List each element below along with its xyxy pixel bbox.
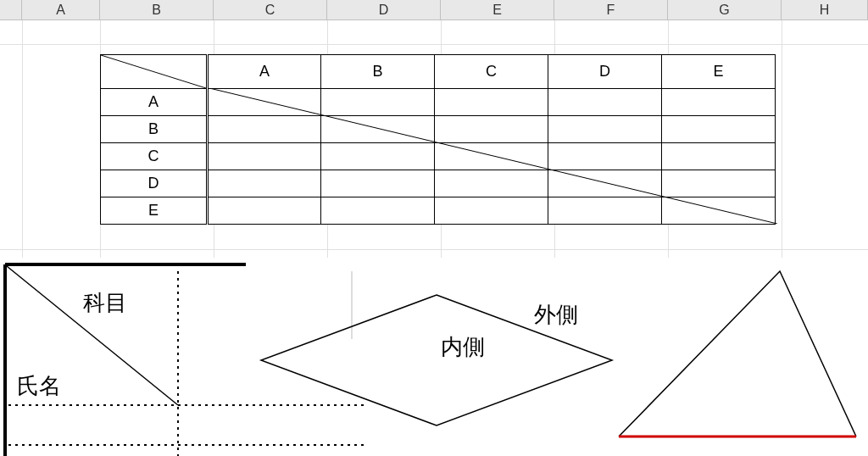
column-headers-row: A B C D E F G H: [0, 0, 868, 20]
table-cell[interactable]: [435, 89, 548, 116]
table-row: D: [101, 170, 776, 197]
col-header-d[interactable]: D: [327, 0, 441, 19]
shapes-area: 科目 氏名 内側 外側: [0, 254, 868, 456]
table-cell[interactable]: [435, 197, 548, 225]
row-header-corner[interactable]: [0, 0, 22, 19]
col-header-h[interactable]: H: [782, 0, 868, 19]
table-row: B: [101, 116, 776, 143]
table-row: A: [101, 89, 776, 116]
data-table[interactable]: A B C D E A B C D E: [100, 54, 776, 225]
table-cell[interactable]: [662, 197, 776, 225]
table-cell[interactable]: [321, 143, 435, 170]
table-cell[interactable]: [548, 170, 662, 197]
table-cell[interactable]: [208, 89, 321, 116]
table-row-header[interactable]: C: [101, 143, 208, 170]
table-corner-cell[interactable]: [101, 55, 208, 89]
table-col-header[interactable]: C: [435, 55, 548, 89]
col-header-b[interactable]: B: [100, 0, 214, 19]
table-row-header[interactable]: E: [101, 197, 208, 225]
col-header-g[interactable]: G: [668, 0, 782, 19]
table-header-row: A B C D E: [101, 55, 776, 89]
col-header-f[interactable]: F: [554, 0, 668, 19]
table-cell[interactable]: [208, 143, 321, 170]
table-cell[interactable]: [321, 89, 435, 116]
table-cell[interactable]: [321, 197, 435, 225]
table-col-header[interactable]: E: [662, 55, 776, 89]
table-cell[interactable]: [435, 170, 548, 197]
table-cell[interactable]: [208, 197, 321, 225]
spreadsheet: A B C D E F G H A B C D E: [0, 0, 868, 456]
table-cell[interactable]: [548, 116, 662, 143]
table-cell[interactable]: [208, 170, 321, 197]
table-col-header[interactable]: D: [548, 55, 662, 89]
table-cell[interactable]: [662, 116, 776, 143]
table-cell[interactable]: [435, 143, 548, 170]
table-cell[interactable]: [548, 89, 662, 116]
table-cell[interactable]: [208, 116, 321, 143]
table-col-header[interactable]: B: [321, 55, 435, 89]
table-cell[interactable]: [548, 143, 662, 170]
table-row-header[interactable]: D: [101, 170, 208, 197]
table-cell[interactable]: [321, 116, 435, 143]
label-subject: 科目: [83, 288, 127, 318]
triangle-shape[interactable]: [610, 263, 865, 441]
table-cell[interactable]: [662, 89, 776, 116]
table-cell[interactable]: [662, 143, 776, 170]
col-header-c[interactable]: C: [214, 0, 327, 19]
svg-line-0: [101, 55, 206, 88]
table-row-header[interactable]: B: [101, 116, 208, 143]
table-row: E: [101, 197, 776, 225]
label-outside: 外側: [534, 300, 578, 330]
table-row: C: [101, 143, 776, 170]
col-header-a[interactable]: A: [22, 0, 100, 19]
table-col-header[interactable]: A: [208, 55, 321, 89]
label-inside: 内側: [441, 332, 485, 362]
table-cell[interactable]: [435, 116, 548, 143]
table-cell[interactable]: [662, 170, 776, 197]
table-row-header[interactable]: A: [101, 89, 208, 116]
col-header-e[interactable]: E: [441, 0, 554, 19]
table-cell[interactable]: [548, 197, 662, 225]
table-cell[interactable]: [321, 170, 435, 197]
label-name: 氏名: [17, 371, 61, 401]
